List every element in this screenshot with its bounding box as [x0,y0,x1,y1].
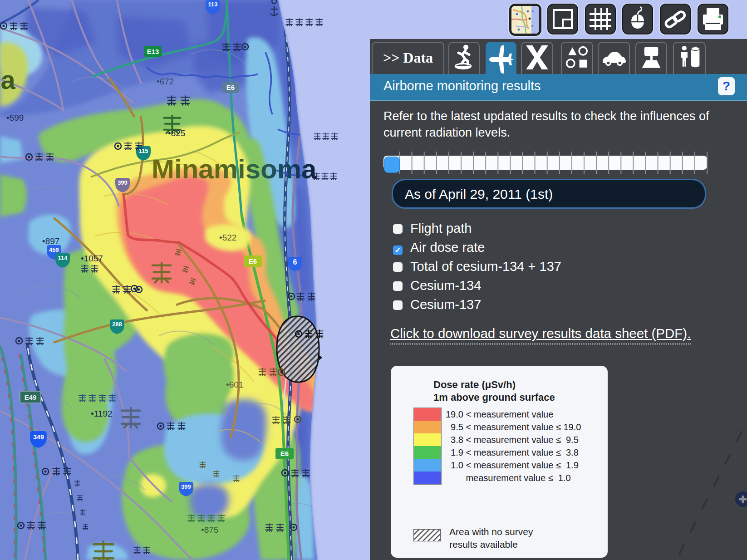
svg-text:6: 6 [293,258,297,266]
svg-text:•601: •601 [226,380,243,389]
svg-text:399: 399 [118,179,128,186]
svg-text:349: 349 [33,433,44,441]
svg-text:459: 459 [49,246,59,253]
svg-text:•1192: •1192 [91,409,113,418]
svg-text:E13: E13 [147,48,159,55]
svg-text:•522: •522 [219,233,236,242]
svg-text:E6: E6 [280,450,289,457]
svg-text:•825: •825 [168,128,185,138]
svg-text:•1057: •1057 [81,254,103,263]
svg-text:399: 399 [181,483,191,490]
svg-text:•875: •875 [201,525,218,535]
svg-text:E49: E49 [25,393,37,401]
svg-text:E6: E6 [226,84,235,91]
svg-text:•897: •897 [42,236,59,246]
svg-text:•672: •672 [157,77,174,86]
svg-text:Minamisoma: Minamisoma [152,154,317,184]
svg-text:288: 288 [112,321,122,328]
svg-text:113: 113 [208,1,218,8]
svg-text:na: na [0,65,15,94]
svg-text:114: 114 [58,255,68,261]
svg-text:E6: E6 [249,257,257,265]
svg-text:•599: •599 [6,113,24,123]
